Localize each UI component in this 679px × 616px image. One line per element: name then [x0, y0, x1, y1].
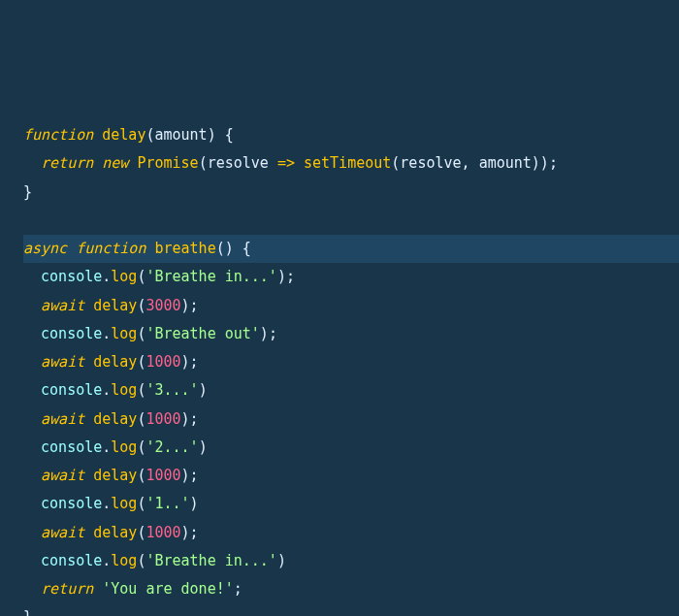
string-literal: '1..'	[146, 495, 189, 512]
param-amount: amount	[154, 126, 207, 144]
code-line-4	[23, 207, 679, 235]
arrow-icon: =>	[269, 154, 304, 172]
code-line-10: console.log('3...')	[23, 376, 679, 405]
code-line-5: async function breathe() {	[23, 235, 679, 263]
string-literal: '2...'	[146, 438, 198, 456]
string-literal: 'You are done!'	[102, 580, 233, 598]
code-line-1: function delay(amount) {	[23, 121, 679, 149]
string-literal: 'Breathe in...'	[146, 552, 276, 569]
code-line-8: console.log('Breathe out');	[23, 320, 679, 348]
keyword-await: await	[41, 297, 84, 314]
code-line-16: console.log('Breathe in...')	[23, 547, 679, 575]
code-line-3: }	[23, 178, 679, 207]
code-line-2: return new Promise(resolve => setTimeout…	[23, 149, 679, 178]
code-block: function delay(amount) { return new Prom…	[23, 121, 679, 616]
keyword-function: function	[23, 126, 93, 144]
ident-resolve: resolve	[208, 154, 269, 172]
keyword-new: new	[102, 154, 128, 172]
code-line-17: return 'You are done!';	[23, 575, 679, 603]
function-name-breathe: breathe	[154, 240, 215, 257]
code-line-18: }	[23, 603, 679, 616]
code-line-13: await delay(1000);	[23, 462, 679, 490]
string-literal: '3...'	[146, 381, 198, 399]
keyword-async: async	[23, 240, 67, 257]
number-literal: 1000	[146, 467, 180, 484]
string-literal: 'Breathe out'	[146, 325, 259, 342]
call-delay: delay	[93, 297, 137, 314]
string-literal: 'Breathe in...'	[146, 268, 276, 285]
code-line-11: await delay(1000);	[23, 405, 679, 434]
code-line-9: await delay(1000);	[23, 348, 679, 376]
number-literal: 1000	[146, 524, 180, 541]
call-settimeout: setTimeout	[304, 154, 391, 172]
number-literal: 3000	[146, 297, 180, 314]
number-literal: 1000	[146, 353, 180, 371]
keyword-return: return	[41, 154, 93, 172]
code-line-14: console.log('1..')	[23, 490, 679, 518]
function-name-delay: delay	[102, 126, 146, 144]
code-line-12: console.log('2...')	[23, 434, 679, 462]
code-line-7: await delay(3000);	[23, 292, 679, 320]
class-promise: Promise	[137, 154, 198, 172]
code-line-15: await delay(1000);	[23, 519, 679, 547]
keyword-function: function	[76, 240, 146, 257]
keyword-return: return	[41, 580, 93, 598]
number-literal: 1000	[146, 410, 180, 428]
code-line-6: console.log('Breathe in...');	[23, 263, 679, 291]
ident-console: console	[41, 268, 102, 285]
method-log: log	[111, 268, 137, 285]
